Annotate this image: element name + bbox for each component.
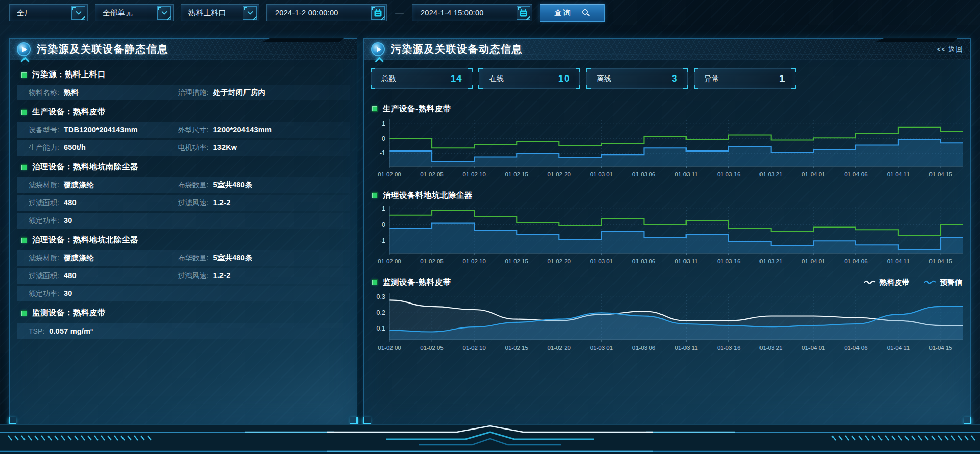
calendar-icon[interactable]: [517, 6, 530, 20]
footer-line-decoration: [971, 436, 975, 440]
footer-line-decoration: [15, 436, 18, 440]
info-cell: 滤袋材质:覆膜涤纶: [29, 253, 178, 263]
info-row: 滤袋材质:覆膜涤纶布袋数量:5室共480条: [17, 177, 350, 193]
x-axis-tick-label: 01-02 00: [378, 345, 401, 351]
footer-line-decoration: [892, 436, 895, 440]
x-axis-tick-label: 01-02 20: [548, 345, 571, 351]
info-label: 过滤面积:: [29, 198, 59, 208]
bracket-corner-decoration: [694, 68, 698, 72]
info-cell: 布华数量:5室共480条: [178, 253, 252, 263]
calendar-icon[interactable]: [371, 6, 385, 20]
info-label: 布袋数量:: [178, 181, 208, 190]
date-range-separator: —: [395, 8, 404, 18]
stat-box[interactable]: 异常1: [694, 68, 795, 89]
info-label: 额定功率:: [29, 216, 59, 225]
info-value: 132Kw: [213, 143, 237, 152]
footer-line-decoration: [68, 436, 71, 440]
info-value: 480: [64, 198, 77, 207]
footer-line-decoration: [918, 436, 922, 440]
y-axis-tick-label: 0: [382, 221, 385, 229]
series-area: [389, 139, 963, 166]
stat-box[interactable]: 总数14: [371, 68, 472, 89]
chevron-down-icon[interactable]: [243, 6, 257, 20]
footer-line-decoration: [41, 436, 45, 440]
section-title: 治理设备：熟料地坑南除尘器: [32, 162, 138, 172]
corner-accent: [350, 417, 358, 425]
info-cell: 布袋数量:5室共480条: [178, 180, 252, 190]
treatment-chart-block: 治理设备料地坑北除尘器 10-101-02 0001-02 0501-02 10…: [371, 189, 963, 268]
production-chart-block: 生产设备-熟料皮带 10-101-02 0001-02 0501-02 1001…: [371, 102, 963, 182]
footer-line-decoration: [832, 436, 836, 440]
chevron-down-icon[interactable]: [157, 6, 171, 20]
bracket-corner-decoration: [468, 68, 473, 72]
footer-line-decoration: [885, 436, 889, 440]
treatment-chart-title-row: 治理设备料地坑北除尘器: [371, 189, 963, 202]
info-value: 覆膜涤纶: [64, 253, 94, 263]
footer-line-decoration: [21, 436, 25, 440]
tech-footer-decoration: [0, 424, 980, 454]
unit-select[interactable]: 全部单元: [95, 4, 174, 21]
x-axis-tick-label: 01-04 01: [802, 345, 825, 351]
footer-line-decoration: [88, 436, 91, 440]
section-title: 污染源：熟料上料口: [32, 69, 106, 80]
stat-label: 异常: [704, 74, 719, 84]
info-label: 过鸿风速:: [178, 271, 208, 281]
stat-box[interactable]: 在线10: [479, 68, 580, 89]
search-icon: [582, 9, 590, 17]
section-header: 治理设备：熟料地坑南除尘器: [17, 158, 350, 175]
x-axis-tick-label: 01-04 06: [844, 258, 867, 264]
y-axis-tick-label: -1: [380, 149, 385, 157]
info-value: 熟料: [64, 88, 79, 97]
play-circle-icon: [17, 42, 31, 56]
legend-item[interactable]: 熟料皮带: [864, 278, 910, 287]
footer-line-decoration: [121, 436, 125, 440]
back-link[interactable]: << 返回: [937, 45, 963, 54]
x-axis-tick-label: 01-03 06: [632, 345, 655, 351]
footer-line-decoration: [35, 436, 38, 440]
legend-line-icon: [924, 280, 936, 285]
info-cell: 额定功率:30: [29, 289, 72, 298]
x-axis-tick-label: 01-04 11: [887, 171, 910, 178]
info-cell: 生产能力:650t/h: [29, 143, 178, 153]
static-info-title: 污染源及关联设备静态信息: [37, 42, 168, 56]
dynamic-info-header: 污染源及关联设备动态信息 << 返回: [364, 39, 970, 60]
green-bullet-icon: [372, 280, 377, 285]
section-title: 生产设备：熟料皮带: [32, 107, 106, 117]
static-info-header: 污染源及关联设备静态信息: [10, 39, 357, 60]
footer-line-decoration: [878, 436, 882, 440]
x-axis-tick-label: 01-02 15: [505, 345, 528, 351]
start-datetime-value: 2024-1-2 00:00:00: [275, 9, 338, 17]
stat-box[interactable]: 离线3: [586, 68, 688, 89]
footer-line-decoration: [958, 436, 962, 440]
bracket-corner-decoration: [371, 68, 375, 72]
x-axis-tick-label: 01-03 01: [590, 171, 613, 178]
bracket-corner-decoration: [791, 68, 796, 72]
chart-legend: 熟料皮带预警信: [864, 278, 964, 287]
plant-select[interactable]: 全厂: [9, 4, 88, 21]
x-axis-tick-label: 01-03 06: [632, 171, 655, 178]
stat-value: 10: [558, 73, 570, 84]
chevron-down-icon[interactable]: [71, 6, 85, 20]
footer-line-decoration: [55, 436, 58, 440]
info-row: 额定功率:30: [17, 286, 350, 301]
end-datetime-input[interactable]: 2024-1-4 15:00:00: [412, 4, 532, 21]
legend-item[interactable]: 预警信: [924, 278, 963, 287]
source-select[interactable]: 熟料上料口: [181, 4, 259, 21]
query-button[interactable]: 查询: [540, 4, 605, 22]
start-datetime-input[interactable]: 2024-1-2 00:00:00: [266, 4, 387, 21]
footer-line-decoration: [932, 436, 935, 440]
x-axis-tick-label: 01-04 15: [929, 345, 952, 351]
plant-select-value: 全厂: [17, 8, 32, 18]
info-cell: TSP:0.057 mg/m³: [29, 327, 93, 335]
bracket-corner-decoration: [683, 85, 688, 89]
info-label: 外型尺寸:: [178, 125, 208, 135]
green-bullet-icon: [21, 311, 27, 316]
info-label: 生产能力:: [29, 143, 59, 153]
info-label: 设备型号:: [29, 125, 59, 135]
info-label: 额定功率:: [29, 289, 59, 298]
dynamic-info-panel: 污染源及关联设备动态信息 << 返回 总数14在线10离线3异常1 生产设备-熟…: [363, 38, 971, 424]
monitor-chart-title: 监测设备-熟料皮带: [383, 277, 451, 288]
info-row: 生产能力:650t/h电机功率:132Kw: [17, 140, 350, 156]
footer-line-decoration: [75, 436, 78, 440]
x-axis-tick-label: 01-02 05: [420, 345, 443, 351]
